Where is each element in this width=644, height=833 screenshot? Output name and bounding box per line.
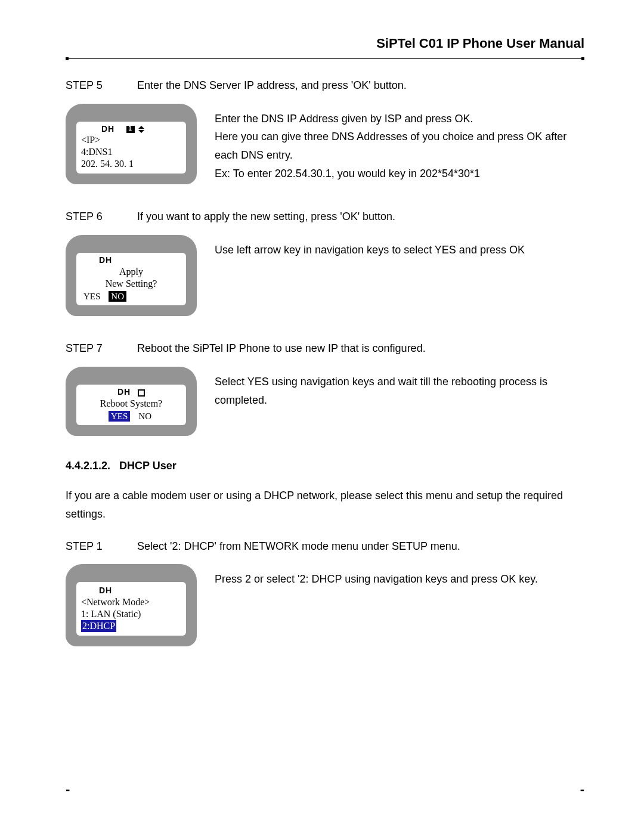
screen-line-selected: 2:DHCP [81, 620, 116, 632]
section-number: 4.4.2.1.2. [66, 460, 110, 472]
section-title: DHCP User [119, 460, 177, 472]
step-5-heading: STEP 5 Enter the DNS Server IP address, … [66, 77, 584, 94]
step-7-heading: STEP 7 Reboot the SiPTel IP Phone to use… [66, 340, 584, 357]
footer-dash-left: - [66, 782, 70, 797]
signal-icon [126, 126, 135, 133]
header-rule [66, 58, 584, 59]
dhcp-step-1-desc-line: Press 2 or select '2: DHCP using navigat… [215, 570, 584, 589]
step-5-text: Enter the DNS Server IP address, and pre… [137, 77, 584, 94]
screen-line: 1: LAN (Static) [81, 608, 181, 620]
step-5-desc-line: Here you can give three DNS Addresses of… [215, 128, 584, 164]
step-6-desc-line: Use left arrow key in navigation keys to… [215, 241, 584, 259]
option-no-selected: NO [109, 291, 126, 302]
screen-line: Apply [81, 266, 181, 278]
screen-line: <IP> [81, 134, 181, 146]
dh-logo: DH [81, 255, 181, 266]
step-7-label: STEP 7 [66, 340, 137, 357]
updown-icon [138, 126, 144, 133]
phone-mock-step5: DH <IP> 4:DNS1 202. 54. 30. 1 [66, 104, 197, 185]
step-5-label: STEP 5 [66, 77, 137, 94]
section-heading: 4.4.2.1.2. DHCP User [66, 460, 584, 472]
screen-line: 4:DNS1 [81, 146, 181, 158]
phone-mock-step6: DH Apply New Setting? YES NO [66, 235, 197, 316]
step-7-text: Reboot the SiPTel IP Phone to use new IP… [137, 340, 584, 357]
footer-dash-right: - [580, 782, 584, 797]
phone-mock-dhcp1: DH <Network Mode> 1: LAN (Static) 2:DHCP [66, 564, 197, 646]
screen-line: 202. 54. 30. 1 [81, 158, 181, 170]
option-yes: YES [81, 291, 103, 302]
dh-logo: DH [81, 586, 112, 595]
option-no: NO [136, 411, 154, 422]
step-6-text: If you want to apply the new setting, pr… [137, 208, 584, 225]
dhcp-step-1-label: STEP 1 [66, 538, 137, 555]
dhcp-step-1-heading: STEP 1 Select '2: DHCP' from NETWORK mod… [66, 538, 584, 555]
page-title: SiPTel C01 IP Phone User Manual [66, 36, 584, 51]
section-intro: If you are a cable modem user or using a… [66, 487, 584, 523]
screen-line: <Network Mode> [81, 596, 181, 608]
dh-logo: DH [101, 124, 114, 135]
step-5-desc-line: Enter the DNS IP Address given by ISP an… [215, 110, 584, 128]
option-yes-selected: YES [109, 411, 130, 422]
dhcp-step-1-text: Select '2: DHCP' from NETWORK mode menu … [137, 538, 584, 555]
screen-line: New Setting? [81, 278, 181, 290]
phone-mock-step7: DH Reboot System? YES NO [66, 367, 197, 436]
square-icon [138, 389, 145, 397]
dh-logo: DH [117, 387, 131, 398]
step-7-desc-line: Select YES using navigation keys and wai… [215, 373, 584, 409]
step-5-desc-line: Ex: To enter 202.54.30.1, you would key … [215, 165, 584, 183]
step-6-heading: STEP 6 If you want to apply the new sett… [66, 208, 584, 225]
footer: - - [66, 782, 584, 797]
screen-line: Reboot System? [81, 398, 181, 410]
step-6-label: STEP 6 [66, 208, 137, 225]
